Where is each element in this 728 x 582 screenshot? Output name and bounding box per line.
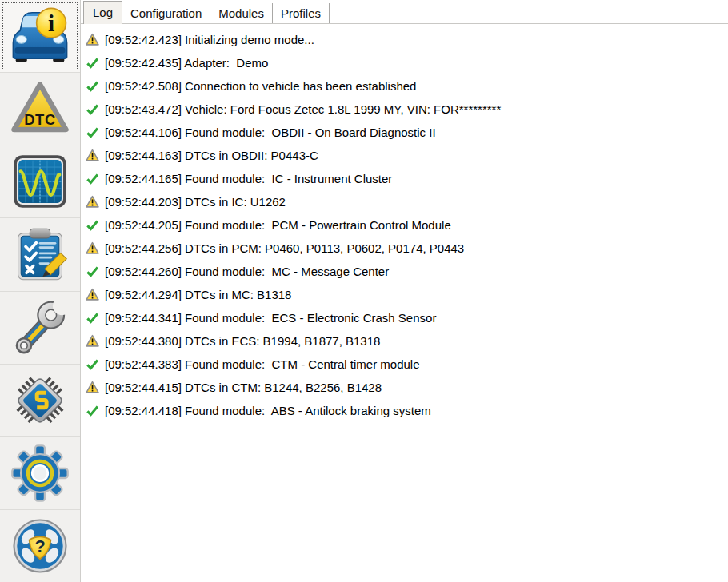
log-entry-text: [09:52:44.203] DTCs in IC: U1262 bbox=[105, 195, 286, 209]
log-entry-text: [09:52:44.415] DTCs in CTM: B1244, B2256… bbox=[105, 381, 382, 394]
log-list: [09:52:42.423] Initializing demo mode...… bbox=[81, 24, 728, 582]
sidebar-button-dtc[interactable]: DTC bbox=[0, 73, 80, 146]
log-entry[interactable]: [09:52:42.423] Initializing demo mode... bbox=[84, 28, 728, 51]
log-entry-text: [09:52:44.418] Found module: ABS - Antil… bbox=[105, 404, 431, 417]
warning-icon bbox=[86, 149, 99, 162]
warning-icon bbox=[86, 288, 99, 301]
log-entry[interactable]: [09:52:44.383] Found module: CTM - Centr… bbox=[84, 353, 728, 376]
log-entry[interactable]: [09:52:44.380] DTCs in ECS: B1994, B1877… bbox=[84, 329, 728, 353]
log-entry[interactable]: [09:52:43.472] Vehicle: Ford Focus Zetec… bbox=[84, 98, 728, 121]
check-icon bbox=[86, 126, 99, 139]
sidebar-button-configuration[interactable] bbox=[0, 365, 80, 437]
warning-icon bbox=[86, 33, 99, 46]
check-icon bbox=[86, 102, 99, 116]
log-entry-text: [09:52:44.163] DTCs in OBDII: P0443-C bbox=[105, 149, 318, 162]
sidebar: i DTC bbox=[0, 0, 81, 582]
app-window: i DTC bbox=[0, 0, 728, 582]
gear-icon bbox=[9, 442, 71, 504]
log-entry[interactable]: [09:52:44.106] Found module: OBDII - On … bbox=[84, 121, 728, 144]
tab-configuration[interactable]: Configuration bbox=[122, 3, 210, 24]
log-entry[interactable]: [09:52:44.205] Found module: PCM - Power… bbox=[84, 213, 728, 237]
chip-icon bbox=[9, 369, 71, 432]
warning-icon bbox=[86, 195, 99, 209]
svg-text:?: ? bbox=[34, 536, 45, 556]
check-icon bbox=[86, 311, 99, 325]
log-entry-text: [09:52:42.508] Connection to vehicle has… bbox=[105, 79, 416, 93]
sidebar-button-tests[interactable] bbox=[0, 218, 80, 291]
log-entry[interactable]: [09:52:44.260] Found module: MC - Messag… bbox=[84, 260, 728, 283]
log-entry-text: [09:52:44.383] Found module: CTM - Centr… bbox=[105, 357, 420, 371]
log-entry[interactable]: [09:52:44.341] Found module: ECS - Elect… bbox=[84, 306, 728, 329]
tab-modules[interactable]: Modules bbox=[210, 3, 273, 24]
check-icon bbox=[86, 56, 99, 70]
log-entry-text: [09:52:44.260] Found module: MC - Messag… bbox=[105, 265, 389, 278]
log-entry[interactable]: [09:52:44.294] DTCs in MC: B1318 bbox=[84, 283, 728, 306]
log-entry-text: [09:52:44.341] Found module: ECS - Elect… bbox=[105, 311, 436, 325]
log-entry-text: [09:52:44.165] Found module: IC - Instru… bbox=[105, 172, 392, 185]
tab-bar: LogConfigurationModulesProfiles bbox=[81, 0, 728, 24]
car-info-icon: i bbox=[9, 5, 71, 67]
wrench-icon bbox=[10, 297, 70, 358]
log-entry-text: [09:52:44.294] DTCs in MC: B1318 bbox=[105, 288, 291, 301]
sidebar-button-oscilloscope[interactable] bbox=[0, 146, 80, 218]
sidebar-button-vehicle-info[interactable]: i bbox=[0, 0, 80, 73]
log-entry-text: [09:52:44.205] Found module: PCM - Power… bbox=[105, 218, 451, 232]
svg-text:i: i bbox=[48, 10, 54, 36]
check-icon bbox=[86, 79, 99, 93]
steering-wheel-help-icon: ? bbox=[9, 515, 71, 577]
dtc-triangle-icon: DTC bbox=[9, 78, 71, 140]
tab-profiles[interactable]: Profiles bbox=[273, 3, 330, 24]
log-entry-text: [09:52:44.380] DTCs in ECS: B1994, B1877… bbox=[105, 334, 380, 348]
check-icon bbox=[86, 172, 99, 185]
log-entry[interactable]: [09:52:44.418] Found module: ABS - Antil… bbox=[84, 399, 728, 422]
check-icon bbox=[86, 218, 99, 232]
check-icon bbox=[86, 404, 99, 417]
log-entry-text: [09:52:42.423] Initializing demo mode... bbox=[105, 33, 314, 46]
tab-log[interactable]: Log bbox=[83, 1, 122, 24]
log-entry[interactable]: [09:52:44.203] DTCs in IC: U1262 bbox=[84, 190, 728, 213]
log-entry-text: [09:52:44.256] DTCs in PCM: P0460, P0113… bbox=[105, 241, 464, 255]
check-icon bbox=[86, 357, 99, 371]
warning-icon bbox=[86, 381, 99, 394]
warning-icon bbox=[86, 334, 99, 348]
log-entry-text: [09:52:42.435] Adapter: Demo bbox=[105, 56, 268, 70]
log-entry[interactable]: [09:52:44.163] DTCs in OBDII: P0443-C bbox=[84, 144, 728, 167]
log-entry-text: [09:52:43.472] Vehicle: Ford Focus Zetec… bbox=[105, 102, 501, 116]
log-entry-text: [09:52:44.106] Found module: OBDII - On … bbox=[105, 126, 436, 139]
svg-text:DTC: DTC bbox=[24, 111, 55, 128]
log-entry[interactable]: [09:52:42.435] Adapter: Demo bbox=[84, 51, 728, 74]
checklist-icon bbox=[10, 224, 70, 285]
main-area: LogConfigurationModulesProfiles [09:52:4… bbox=[81, 0, 728, 582]
log-entry[interactable]: [09:52:44.165] Found module: IC - Instru… bbox=[84, 167, 728, 190]
log-entry[interactable]: [09:52:44.415] DTCs in CTM: B1244, B2256… bbox=[84, 376, 728, 399]
sidebar-button-service[interactable] bbox=[0, 292, 80, 365]
log-entry[interactable]: [09:52:42.508] Connection to vehicle has… bbox=[84, 74, 728, 98]
sidebar-button-help[interactable]: ? bbox=[0, 510, 80, 582]
sidebar-button-settings[interactable] bbox=[0, 437, 80, 510]
warning-icon bbox=[86, 241, 99, 255]
check-icon bbox=[86, 265, 99, 278]
log-entry[interactable]: [09:52:44.256] DTCs in PCM: P0460, P0113… bbox=[84, 237, 728, 260]
oscilloscope-icon bbox=[10, 151, 70, 212]
